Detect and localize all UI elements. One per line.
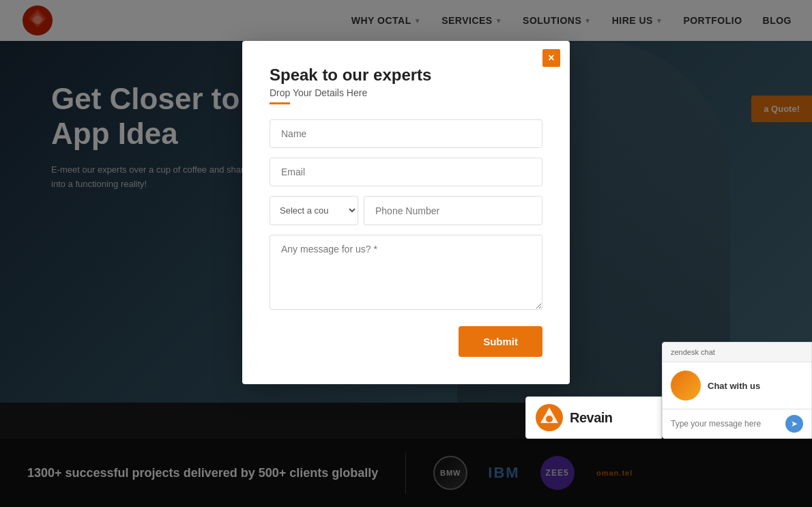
phone-row: Select a cou <box>270 196 542 225</box>
name-input[interactable] <box>270 119 542 148</box>
zendesk-send-button[interactable]: ➤ <box>785 415 803 433</box>
zendesk-message-input[interactable] <box>671 419 785 429</box>
zendesk-header: zendesk chat <box>663 343 811 362</box>
country-select[interactable]: Select a cou <box>270 196 358 225</box>
zendesk-avatar <box>671 371 701 401</box>
zendesk-chat-widget: zendesk chat Chat with us ➤ <box>662 342 812 439</box>
message-textarea[interactable] <box>270 235 542 310</box>
modal-accent-bar <box>270 102 290 104</box>
zendesk-chat-label: Chat with us <box>708 381 760 391</box>
modal-close-button[interactable]: × <box>542 49 560 67</box>
zendesk-content: Chat with us <box>663 362 811 409</box>
revain-widget[interactable]: Revain <box>525 396 662 439</box>
revain-logo <box>536 404 563 431</box>
modal-title: Speak to our experts <box>270 66 542 85</box>
revain-label: Revain <box>570 410 613 426</box>
zendesk-input-row[interactable]: ➤ <box>663 409 811 438</box>
modal-subtitle: Drop Your Details Here <box>270 87 542 98</box>
svg-point-4 <box>546 416 553 422</box>
contact-modal: × Speak to our experts Drop Your Details… <box>242 41 570 384</box>
submit-button[interactable]: Submit <box>459 326 542 357</box>
email-input[interactable] <box>270 158 542 186</box>
phone-input[interactable] <box>364 196 542 225</box>
